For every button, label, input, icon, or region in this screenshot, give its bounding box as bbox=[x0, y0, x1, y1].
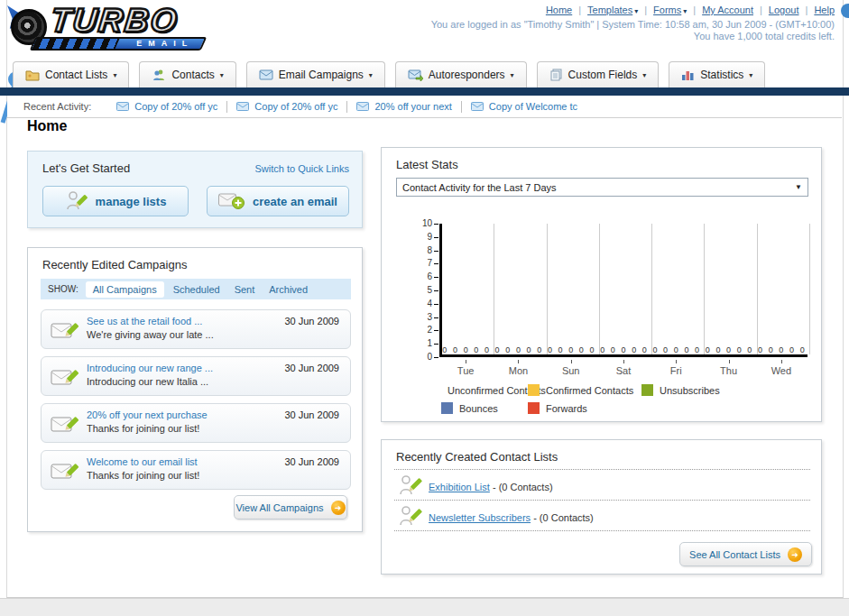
manage-lists-label: manage lists bbox=[96, 195, 167, 208]
chart-value-label: 0 bbox=[747, 345, 752, 354]
envelope-icon bbox=[356, 102, 369, 111]
show-label: SHOW: bbox=[48, 284, 78, 294]
campaign-subtitle: We're giving away our late ... bbox=[87, 329, 214, 340]
view-all-campaigns-button[interactable]: View All Campaigns ➜ bbox=[234, 495, 347, 519]
nav-tab-custom-fields[interactable]: Custom Fields ▾ bbox=[537, 61, 660, 87]
header-link-help[interactable]: Help bbox=[814, 5, 835, 15]
recent-activity-item[interactable]: Copy of Welcome tc bbox=[462, 101, 586, 112]
chart-gridline bbox=[809, 224, 810, 354]
envelope-icon bbox=[471, 102, 484, 111]
filter-scheduled[interactable]: Scheduled bbox=[173, 284, 220, 295]
contacts-icon bbox=[152, 69, 166, 81]
legend-label: Confirmed Contacts bbox=[546, 385, 633, 396]
nav-tab-contacts[interactable]: Contacts ▾ bbox=[139, 61, 235, 87]
chart-value-label: 0 bbox=[516, 345, 521, 354]
campaign-title-link[interactable]: See us at the retail food ... bbox=[87, 316, 202, 326]
arrow-right-icon: ➜ bbox=[331, 501, 346, 515]
chart-y-tick-mark bbox=[434, 290, 438, 291]
campaign-row[interactable]: 20% off your next purchase Thanks for jo… bbox=[41, 403, 351, 443]
legend-swatch bbox=[528, 402, 540, 414]
filter-sent[interactable]: Sent bbox=[235, 284, 255, 295]
campaign-subtitle: Introducing our new Italia ... bbox=[87, 376, 208, 387]
filter-archived[interactable]: Archived bbox=[269, 284, 308, 295]
nav-tab-autoresponders[interactable]: Autoresponders ▾ bbox=[395, 61, 527, 87]
campaign-row[interactable]: See us at the retail food ... We're givi… bbox=[41, 309, 351, 349]
chart-value-label: 0 bbox=[758, 345, 762, 354]
chart-value-label: 0 bbox=[464, 345, 468, 354]
contact-list-link[interactable]: Exhibition List bbox=[429, 482, 490, 492]
header-link-templates[interactable]: Templates bbox=[587, 5, 632, 15]
logo-subtitle: EMAIL bbox=[136, 39, 193, 48]
chart-y-tick-label: 10 bbox=[414, 218, 432, 228]
recent-activity-item[interactable]: Copy of 20% off yc bbox=[227, 101, 346, 112]
campaign-title-link[interactable]: Introducing our new range ... bbox=[87, 363, 213, 373]
chart-y-tick-mark bbox=[434, 224, 438, 225]
chart-value-label: 0 bbox=[779, 345, 783, 354]
header-link-forms[interactable]: Forms bbox=[653, 5, 681, 15]
chart-y-tick-label: 3 bbox=[414, 312, 432, 322]
nav-tab-label: Contact Lists bbox=[45, 69, 107, 81]
recent-activity-item[interactable]: Copy of 20% off yc bbox=[107, 101, 226, 112]
chart-value-label: 0 bbox=[737, 345, 742, 354]
header-link-home[interactable]: Home bbox=[546, 5, 572, 15]
turbo-email-logo: TURBO EMAIL bbox=[9, 4, 212, 53]
nav-tab-label: Statistics bbox=[700, 69, 743, 81]
chart-value-label: 0 bbox=[600, 345, 604, 354]
chart-value-label: 0 bbox=[590, 345, 595, 354]
chart-value-label: 0 bbox=[568, 345, 573, 354]
caret-down-icon: ▾ bbox=[369, 71, 373, 79]
recent-activity-link[interactable]: 20% off your next bbox=[374, 101, 451, 112]
legend-swatch bbox=[641, 384, 653, 396]
stats-period-select[interactable]: Contact Activity for the Last 7 Days ▼ bbox=[396, 178, 808, 197]
chart-x-category-label: Sun bbox=[562, 365, 580, 376]
see-all-contact-lists-label: See All Contact Lists bbox=[689, 549, 780, 560]
get-started-title: Let's Get Started bbox=[42, 161, 130, 175]
latest-stats-panel: Latest Stats Contact Activity for the La… bbox=[381, 147, 822, 422]
chart-value-label: 0 bbox=[621, 345, 625, 354]
caret-down-icon: ▾ bbox=[113, 71, 116, 79]
campaign-subtitle: Thanks for joining our list! bbox=[87, 423, 199, 434]
campaign-title-link[interactable]: Welcome to our email list bbox=[87, 456, 198, 467]
campaign-title-link[interactable]: 20% off your next purchase bbox=[87, 409, 208, 420]
chart-value-label: 0 bbox=[537, 345, 541, 354]
header-links: Home|Templates▾|Forms▾|My Account|Logout… bbox=[546, 5, 835, 15]
legend-swatch bbox=[441, 402, 453, 414]
chart-gridline bbox=[651, 224, 652, 354]
manage-lists-button[interactable]: manage lists bbox=[42, 186, 189, 216]
chart-y-tick-mark bbox=[434, 251, 438, 252]
campaign-row[interactable]: Welcome to our email list Thanks for joi… bbox=[41, 450, 351, 490]
chart-value-label: 0 bbox=[726, 345, 731, 354]
recent-activity-link[interactable]: Copy of 20% off yc bbox=[134, 101, 217, 112]
dotted-divider bbox=[394, 530, 810, 531]
nav-tab-email-campaigns[interactable]: Email Campaigns ▾ bbox=[246, 61, 385, 87]
nav-tab-statistics[interactable]: Statistics ▾ bbox=[669, 61, 765, 87]
header-link-my-account[interactable]: My Account bbox=[702, 5, 753, 15]
caret-down-icon: ▾ bbox=[220, 71, 224, 79]
recent-activity-link[interactable]: Copy of 20% off yc bbox=[254, 101, 337, 112]
chart-value-label: 0 bbox=[548, 345, 552, 354]
dotted-divider bbox=[394, 469, 810, 470]
nav-tab-label: Contacts bbox=[171, 69, 214, 81]
filter-all-campaigns[interactable]: All Campaigns bbox=[86, 281, 164, 298]
chart-x-tick-mark bbox=[676, 360, 677, 363]
recent-activity-strip: Recent Activity: Copy of 20% off yc Copy… bbox=[7, 96, 842, 118]
campaign-filter-strip: SHOW: All Campaigns Scheduled Sent Archi… bbox=[41, 279, 351, 299]
chart-y-tick-mark bbox=[434, 263, 438, 264]
contact-list-item: Newsletter Subscribers - (0 Contacts) bbox=[429, 512, 594, 523]
nav-tab-contact-lists[interactable]: Contact Lists ▾ bbox=[13, 61, 129, 87]
chart-x-category-label: Thu bbox=[720, 365, 737, 376]
header-link-logout[interactable]: Logout bbox=[769, 5, 799, 15]
campaign-date: 30 Jun 2009 bbox=[284, 363, 339, 373]
arrow-right-icon: ➜ bbox=[788, 547, 802, 562]
recent-activity-link[interactable]: Copy of Welcome tc bbox=[489, 101, 577, 112]
see-all-contact-lists-button[interactable]: See All Contact Lists ➜ bbox=[679, 542, 812, 566]
switch-quick-links[interactable]: Switch to Quick Links bbox=[254, 163, 349, 174]
chart-x-category-label: Mon bbox=[509, 365, 528, 376]
chart-value-label: 0 bbox=[706, 345, 710, 354]
create-email-button[interactable]: create an email bbox=[207, 186, 349, 216]
contact-list-link[interactable]: Newsletter Subscribers bbox=[429, 512, 531, 523]
campaign-row[interactable]: Introducing our new range ... Introducin… bbox=[41, 356, 351, 396]
recent-activity-item[interactable]: 20% off your next bbox=[347, 101, 460, 112]
chart-x-category-label: Tue bbox=[457, 365, 475, 376]
chart-value-label: 0 bbox=[453, 345, 457, 354]
